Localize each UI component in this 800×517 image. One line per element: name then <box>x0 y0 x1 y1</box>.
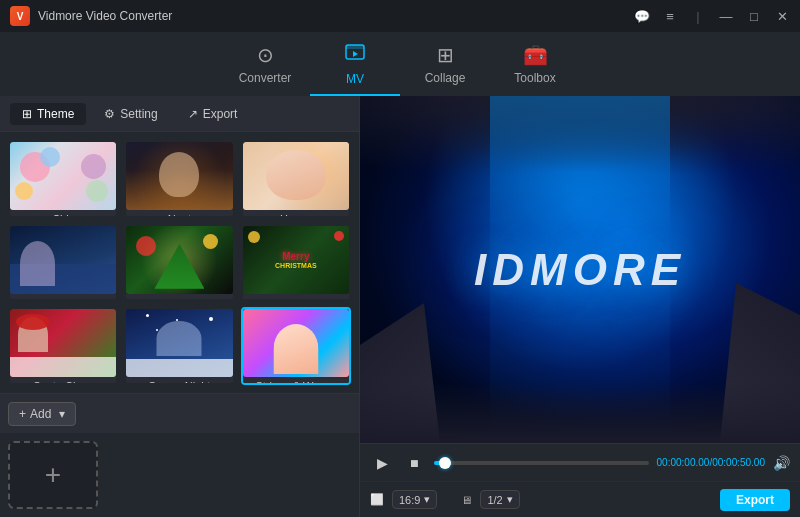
theme-christmas-eve-label: Christmas Eve <box>126 294 232 302</box>
media-area: + <box>8 441 351 509</box>
tab-converter[interactable]: ⊙ Converter <box>220 32 310 96</box>
add-button[interactable]: + Add ▾ <box>8 402 76 426</box>
subtab-theme-label: Theme <box>37 107 74 121</box>
plus-icon: + <box>19 407 26 421</box>
theme-neat[interactable]: Neat <box>124 140 234 218</box>
theme-snowy-night[interactable]: Snowy Night <box>124 307 234 385</box>
sub-tabs: ⊞ Theme ⚙ Setting ↗ Export <box>0 96 359 132</box>
theme-snowy-night-label: Snowy Night <box>126 377 232 385</box>
main-content: ⊞ Theme ⚙ Setting ↗ Export <box>0 96 800 517</box>
theme-happy[interactable]: Happy <box>241 140 351 218</box>
progress-bar[interactable] <box>434 461 649 465</box>
ratio-icon: ⬜ <box>370 493 384 506</box>
ratio-dropdown-icon: ▾ <box>424 493 430 506</box>
play-button[interactable]: ▶ <box>370 451 394 475</box>
app-logo: V <box>10 6 30 26</box>
preview-background: IDMORE <box>360 96 800 443</box>
monitor-icon: 🖥 <box>461 494 472 506</box>
nav-tabs: ⊙ Converter MV ⊞ Collage 🧰 Toolbox <box>0 32 800 96</box>
add-media-icon: + <box>45 459 61 491</box>
theme-santa-claus-thumb <box>10 309 116 377</box>
collage-icon: ⊞ <box>437 43 454 67</box>
separator: | <box>690 8 706 24</box>
titlebar-left: V Vidmore Video Converter <box>10 6 172 26</box>
page-selector[interactable]: 1/2 ▾ <box>480 490 519 509</box>
mv-icon <box>344 41 366 68</box>
theme-merry-christmas-thumb: Merry CHRISTMAS <box>243 226 349 294</box>
add-label: Add <box>30 407 51 421</box>
preview-watermark: IDMORE <box>474 245 686 295</box>
theme-neat-thumb <box>126 142 232 210</box>
left-panel: ⊞ Theme ⚙ Setting ↗ Export <box>0 96 360 517</box>
theme-christmas-eve-thumb <box>126 226 232 294</box>
maximize-button[interactable]: □ <box>746 8 762 24</box>
rock-bottom <box>360 383 800 443</box>
page-dropdown-icon: ▾ <box>507 493 513 506</box>
gear-icon: ⚙ <box>104 107 115 121</box>
export-button[interactable]: Export <box>720 489 790 511</box>
subtab-export[interactable]: ↗ Export <box>176 103 250 125</box>
theme-grid: Chic Neat Happy <box>0 132 359 393</box>
subtab-export-label: Export <box>203 107 238 121</box>
theme-simple-thumb <box>10 226 116 294</box>
time-display: 00:00:00.00/00:00:50.00 <box>657 457 765 468</box>
feedback-button[interactable]: 💬 <box>634 8 650 24</box>
theme-merry-christmas-label: Merry Christmas <box>243 294 349 302</box>
theme-stripes-waves[interactable]: Stripes & Waves <box>241 307 351 385</box>
svg-rect-1 <box>346 45 364 49</box>
preview-area: IDMORE <box>360 96 800 443</box>
theme-simple[interactable]: Simple <box>8 224 118 302</box>
tab-toolbox-label: Toolbox <box>514 71 555 85</box>
theme-chic-thumb <box>10 142 116 210</box>
tab-mv-label: MV <box>346 72 364 86</box>
page-value: 1/2 <box>487 494 502 506</box>
tab-toolbox[interactable]: 🧰 Toolbox <box>490 32 580 96</box>
dropdown-arrow-icon: ▾ <box>59 407 65 421</box>
tab-converter-label: Converter <box>239 71 292 85</box>
converter-icon: ⊙ <box>257 43 274 67</box>
theme-merry-christmas[interactable]: Merry CHRISTMAS Merry Christmas <box>241 224 351 302</box>
theme-christmas-eve[interactable]: Christmas Eve <box>124 224 234 302</box>
theme-santa-claus-label: Santa Claus <box>10 377 116 385</box>
theme-happy-label: Happy <box>243 210 349 218</box>
titlebar: V Vidmore Video Converter 💬 ≡ | — □ ✕ <box>0 0 800 32</box>
theme-santa-claus[interactable]: Santa Claus <box>8 307 118 385</box>
subtab-theme[interactable]: ⊞ Theme <box>10 103 86 125</box>
volume-icon[interactable]: 🔊 <box>773 455 790 471</box>
minimize-button[interactable]: — <box>718 8 734 24</box>
player-bottom-bar: ⬜ 16:9 ▾ 🖥 1/2 ▾ Export <box>360 481 800 517</box>
theme-stripes-waves-label: Stripes & Waves <box>243 377 349 385</box>
stop-button[interactable]: ⏹ <box>402 451 426 475</box>
theme-happy-thumb <box>243 142 349 210</box>
theme-neat-label: Neat <box>126 210 232 218</box>
app-title: Vidmore Video Converter <box>38 9 172 23</box>
theme-grid-icon: ⊞ <box>22 107 32 121</box>
close-button[interactable]: ✕ <box>774 8 790 24</box>
progress-dot <box>439 457 451 469</box>
right-panel: IDMORE ▶ ⏹ 00:00:00.00/00:00:50.00 🔊 ⬜ 1… <box>360 96 800 517</box>
titlebar-controls: 💬 ≡ | — □ ✕ <box>634 8 790 24</box>
theme-snowy-night-thumb <box>126 309 232 377</box>
menu-button[interactable]: ≡ <box>662 8 678 24</box>
ratio-selector[interactable]: 16:9 ▾ <box>392 490 437 509</box>
player-controls: ▶ ⏹ 00:00:00.00/00:00:50.00 🔊 <box>360 443 800 481</box>
subtab-setting[interactable]: ⚙ Setting <box>92 103 169 125</box>
theme-stripes-waves-thumb <box>243 309 349 377</box>
tab-collage[interactable]: ⊞ Collage <box>400 32 490 96</box>
ratio-value: 16:9 <box>399 494 420 506</box>
subtab-setting-label: Setting <box>120 107 157 121</box>
theme-chic-label: Chic <box>10 210 116 218</box>
bottom-toolbar: + Add ▾ <box>0 393 359 433</box>
toolbox-icon: 🧰 <box>523 43 548 67</box>
theme-simple-label: Simple <box>10 294 116 302</box>
tab-collage-label: Collage <box>425 71 466 85</box>
tab-mv[interactable]: MV <box>310 32 400 96</box>
export-icon: ↗ <box>188 107 198 121</box>
theme-chic[interactable]: Chic <box>8 140 118 218</box>
media-add-box[interactable]: + <box>8 441 98 509</box>
